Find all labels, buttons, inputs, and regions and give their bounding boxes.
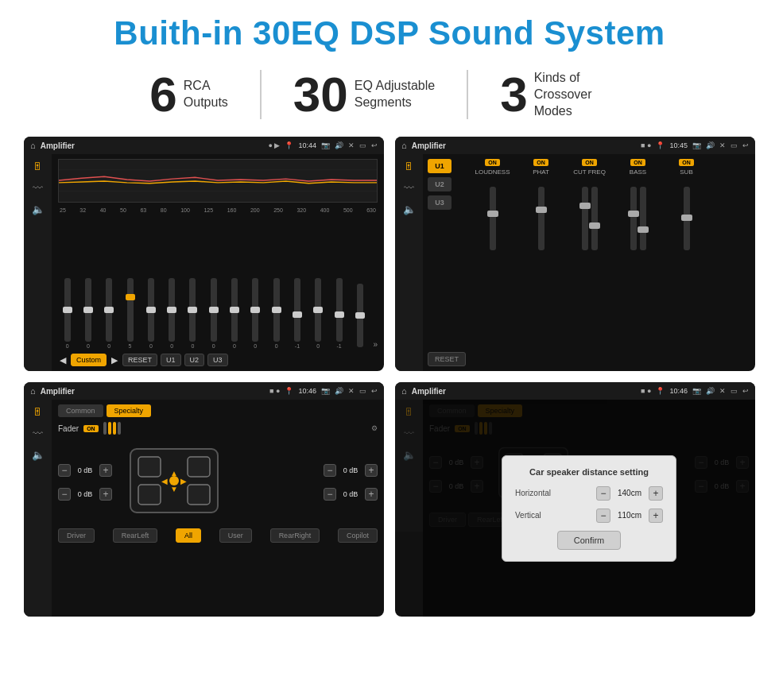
btn-all[interactable]: All xyxy=(176,528,201,543)
vol-rr-value: 0 dB xyxy=(339,490,362,498)
eq-u3-btn[interactable]: U3 xyxy=(207,354,228,366)
spk-eq-icon[interactable]: 🎚 xyxy=(33,406,43,418)
cutfreq-slider-f[interactable] xyxy=(591,187,598,250)
bass-on: ON xyxy=(630,159,645,166)
amp-eq-icon[interactable]: 🎚 xyxy=(404,160,414,172)
close-icon-2[interactable]: ✕ xyxy=(719,141,726,149)
eq-u1-btn[interactable]: U1 xyxy=(161,354,181,366)
sidebar-equalizer-icon[interactable]: 🎚 xyxy=(33,160,43,172)
phat-label: PHAT xyxy=(533,168,549,176)
eq-next-btn[interactable]: ▶ xyxy=(111,355,118,365)
confirm-button[interactable]: Confirm xyxy=(557,531,622,550)
preset-u3-btn[interactable]: U3 xyxy=(428,195,452,210)
icons-3: ■ ● xyxy=(269,387,280,395)
home-icon-1[interactable]: ⌂ xyxy=(30,141,36,150)
preset-u1-btn[interactable]: U1 xyxy=(428,159,452,173)
sidebar-speaker-icon[interactable]: 🔈 xyxy=(32,203,45,215)
horizontal-plus-btn[interactable]: + xyxy=(649,486,663,501)
sub-slider[interactable] xyxy=(684,187,690,250)
screens-grid: ⌂ Amplifier ● ▶ 📍 10:44 📷 🔊 ✕ ▭ ↩ 🎚 〰 🔈 xyxy=(24,137,755,617)
back-icon-2[interactable]: ↩ xyxy=(742,141,749,149)
amp-channel-bass: ON BASS xyxy=(616,159,660,250)
loudness-slider[interactable] xyxy=(490,187,496,250)
svg-rect-7 xyxy=(188,485,210,505)
vertical-plus-btn[interactable]: + xyxy=(649,509,663,523)
vol-fr-minus[interactable]: − xyxy=(324,464,336,477)
fader-label: Fader xyxy=(58,424,79,433)
spk-tabs: Common Specialty xyxy=(58,404,378,417)
home-icon-4[interactable]: ⌂ xyxy=(401,386,407,396)
vol-fr-plus[interactable]: + xyxy=(365,464,378,477)
settings-icon[interactable]: ⚙ xyxy=(371,424,378,432)
spk-bottom-btns: Driver RearLeft All User RearRight Copil… xyxy=(58,528,378,543)
rect-icon-4: ▭ xyxy=(731,387,738,395)
sidebar-wave-icon[interactable]: 〰 xyxy=(33,182,43,194)
screen-dialog: ⌂ Amplifier ■ ● 📍 10:46 📷 🔊 ✕ ▭ ↩ 🎚 〰 🔈 xyxy=(395,382,755,617)
eq-slider-3: 5 xyxy=(121,278,139,349)
amp-spk-icon[interactable]: 🔈 xyxy=(403,203,416,215)
tab-common[interactable]: Common xyxy=(58,404,103,417)
btn-rearright[interactable]: RearRight xyxy=(270,528,320,543)
spk-spk-icon[interactable]: 🔈 xyxy=(32,449,45,461)
close-icon-4[interactable]: ✕ xyxy=(719,387,726,395)
spk-wave-icon[interactable]: 〰 xyxy=(33,427,43,439)
phat-slider[interactable] xyxy=(538,187,545,250)
btn-user[interactable]: User xyxy=(219,528,252,543)
eq-slider-9: 0 xyxy=(246,278,265,349)
spk-left-col: 🎚 〰 🔈 xyxy=(24,400,52,617)
sidebar-1: 🎚 〰 🔈 xyxy=(24,154,52,371)
close-icon-3[interactable]: ✕ xyxy=(348,387,355,395)
cutfreq-slider-g[interactable] xyxy=(582,187,588,250)
phat-on: ON xyxy=(533,159,548,166)
vol-rr-plus[interactable]: + xyxy=(365,488,378,501)
tab-specialty[interactable]: Specialty xyxy=(107,404,152,417)
vol-fl-plus[interactable]: + xyxy=(99,464,112,477)
amp-sidebar: 🎚 〰 🔈 xyxy=(395,154,423,371)
eq-bottom-bar: ◀ Custom ▶ RESET U1 U2 U3 xyxy=(58,354,378,366)
eq-reset-btn[interactable]: RESET xyxy=(122,354,157,366)
loudness-on: ON xyxy=(485,159,500,166)
vertical-label: Vertical xyxy=(515,511,563,520)
time-4: 10:46 xyxy=(669,387,688,395)
btn-driver[interactable]: Driver xyxy=(58,528,95,543)
back-icon-1[interactable]: ↩ xyxy=(371,141,378,149)
vertical-minus-btn[interactable]: − xyxy=(596,509,610,523)
back-icon-3[interactable]: ↩ xyxy=(371,387,378,395)
amp-presets: U1 U2 U3 RESET xyxy=(428,159,466,366)
time-3: 10:46 xyxy=(298,387,316,395)
eq-slider-14 xyxy=(351,284,369,349)
eq-more-icon[interactable]: » xyxy=(373,340,378,349)
bass-slider-g[interactable] xyxy=(640,187,646,250)
fader-on-badge: ON xyxy=(83,425,99,432)
close-icon-1[interactable]: ✕ xyxy=(348,141,355,149)
home-icon-3[interactable]: ⌂ xyxy=(30,386,36,396)
screen1-content: 🎚 〰 🔈 xyxy=(24,154,384,371)
stat-number-eq: 30 xyxy=(293,70,348,119)
amp-wave-icon[interactable]: 〰 xyxy=(404,182,414,194)
vol-fl-minus[interactable]: − xyxy=(58,464,71,477)
car-diagram: ◀ ▶ ▲ ▼ xyxy=(118,441,317,524)
stat-eq: 30 EQ Adjustable Segments xyxy=(262,70,468,119)
eq-custom-btn[interactable]: Custom xyxy=(71,354,107,366)
bass-slider-f[interactable] xyxy=(630,187,637,250)
vol-rl-plus[interactable]: + xyxy=(99,488,112,501)
back-icon-4[interactable]: ↩ xyxy=(742,387,749,395)
vol-rr-minus[interactable]: − xyxy=(324,488,336,501)
home-icon-2[interactable]: ⌂ xyxy=(401,141,407,150)
amp-channel-sub: ON SUB xyxy=(665,159,708,250)
preset-u2-btn[interactable]: U2 xyxy=(428,177,452,191)
btn-rearleft[interactable]: RearLeft xyxy=(113,528,158,543)
loudness-label: LOUDNESS xyxy=(475,168,510,176)
horizontal-minus-btn[interactable]: − xyxy=(596,486,610,501)
vol-rl-minus[interactable]: − xyxy=(58,488,71,501)
screen3-content: 🎚 〰 🔈 Common Specialty Fader ON xyxy=(24,400,384,617)
location-icon-4: 📍 xyxy=(656,387,665,395)
eq-sliders-row: 0 0 0 5 xyxy=(58,216,378,349)
amp-reset-btn[interactable]: RESET xyxy=(428,352,466,366)
eq-freq-labels: 25 32 40 50 63 80 100 125 160 200 250 32… xyxy=(58,207,378,213)
btn-copilot[interactable]: Copilot xyxy=(338,528,378,543)
eq-u2-btn[interactable]: U2 xyxy=(184,354,205,366)
camera-icon-4: 📷 xyxy=(692,387,701,395)
eq-prev-btn[interactable]: ◀ xyxy=(60,355,66,365)
icons-2: ■ ● xyxy=(641,141,651,149)
